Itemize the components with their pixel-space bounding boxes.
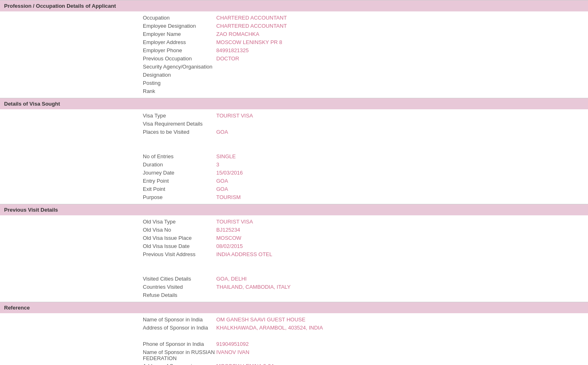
row-label: Designation [0, 72, 216, 78]
table-row: Visa TypeTOURIST VISA [0, 112, 588, 120]
table-row: PurposeTOURISM [0, 193, 588, 201]
row-label: Old Visa Issue Date [0, 243, 216, 250]
row-label: Employer Name [0, 31, 216, 38]
row-label: Rank [0, 88, 216, 95]
row-value: TOURIST VISA [216, 219, 588, 225]
row-value: GOA [216, 129, 588, 135]
row-value: OM GANESH SAAVI GUEST HOUSE [216, 316, 588, 323]
reference-header: Reference [0, 302, 588, 313]
table-row: Duration3 [0, 161, 588, 169]
row-value [216, 292, 588, 299]
table-row: Rank [0, 87, 588, 95]
table-row [0, 332, 588, 340]
table-row: Designation [0, 71, 588, 79]
row-label: Old Visa No [0, 227, 216, 233]
table-row [0, 136, 588, 144]
row-value: IVANOV IVAN [216, 349, 588, 361]
row-label: Old Visa Type [0, 219, 216, 225]
row-value: THAILAND, CAMBODIA, ITALY [216, 284, 588, 290]
row-value: GOA [216, 178, 588, 184]
table-row: Employee DesignationCHARTERED ACCOUNTANT [0, 22, 588, 30]
table-row: Employer Phone84991821325 [0, 46, 588, 55]
table-row: Visited Cities DetailsGOA, DELHI [0, 275, 588, 283]
table-row: Phone of Sponsor in India91904951092 [0, 340, 588, 348]
row-value: 84991821325 [216, 47, 588, 54]
row-value [216, 88, 588, 95]
table-row: Visa Requirement Details [0, 120, 588, 128]
row-label: Phone of Sponsor in India [0, 341, 216, 347]
table-row: Journey Date15/03/2016 [0, 169, 588, 177]
row-value [216, 121, 588, 127]
table-row: Entry PointGOA [0, 177, 588, 185]
row-value: DOCTOR [216, 55, 588, 62]
previous-visit-header: Previous Visit Details [0, 204, 588, 215]
row-value: 91904951092 [216, 341, 588, 347]
table-row: Employer NameZAO ROMACHKA [0, 30, 588, 38]
row-label: Employee Designation [0, 23, 216, 29]
row-value: TOURIST VISA [216, 113, 588, 119]
visa-section: Visa TypeTOURIST VISAVisa Requirement De… [0, 109, 588, 204]
row-label: Employer Phone [0, 47, 216, 54]
row-label: Name of Sponsor in RUSSIAN FEDERATION [0, 349, 216, 361]
row-value: ZAO ROMACHKA [216, 31, 588, 38]
table-row: Address of Sponsor in RUSSIAN FEDERATION… [0, 362, 588, 365]
table-row: Name of Sponsor in RUSSIAN FEDERATIONIVA… [0, 348, 588, 362]
row-label: Places to be Visited [0, 129, 216, 135]
table-row: Employer AddressMOSCOW LENINSKY PR 8 [0, 38, 588, 46]
row-value: CHARTERED ACCOUNTANT [216, 23, 588, 29]
row-value: MOSCOW [216, 235, 588, 241]
profession-section: OccupationCHARTERED ACCOUNTANTEmployee D… [0, 11, 588, 98]
row-label: Posting [0, 80, 216, 86]
previous-visit-section: Old Visa TypeTOURIST VISAOld Visa NoBJ12… [0, 215, 588, 302]
table-row: Previous Visit AddressINDIA ADDRESS OTEL [0, 250, 588, 259]
row-label: Previous Visit Address [0, 251, 216, 258]
table-row: Old Visa TypeTOURIST VISA [0, 218, 588, 226]
row-value: GOA, DELHI [216, 276, 588, 282]
table-row: Old Visa Issue PlaceMOSCOW [0, 234, 588, 242]
table-row [0, 259, 588, 267]
row-value [216, 64, 588, 70]
visa-header: Details of Visa Sought [0, 98, 588, 109]
table-row: No of EntriesSINGLE [0, 153, 588, 161]
table-row: Old Visa Issue Date08/02/2015 [0, 242, 588, 250]
table-row: Refuse Details [0, 291, 588, 299]
row-label: Countries Visited [0, 284, 216, 290]
table-row [0, 267, 588, 275]
row-label: Purpose [0, 194, 216, 201]
row-label: Visa Requirement Details [0, 121, 216, 127]
row-value: SINGLE [216, 153, 588, 160]
row-value: MOSCOW LENINA 2-34 [216, 363, 588, 365]
row-label: Security Agency/Organisation [0, 64, 216, 70]
row-value: CHARTERED ACCOUNTANT [216, 15, 588, 21]
table-row: Places to be VisitedGOA [0, 128, 588, 136]
table-row: Countries VisitedTHAILAND, CAMBODIA, ITA… [0, 283, 588, 291]
table-row: Previous OccupationDOCTOR [0, 55, 588, 63]
row-label: Occupation [0, 15, 216, 21]
row-label: Duration [0, 161, 216, 168]
table-row: Posting [0, 79, 588, 87]
table-row: Exit PointGOA [0, 185, 588, 193]
table-row: Address of Sponsor in IndiaKHALKHAWADA, … [0, 324, 588, 332]
row-label: Previous Occupation [0, 55, 216, 62]
row-label: Address of Sponsor in India [0, 325, 216, 331]
row-value: 15/03/2016 [216, 170, 588, 176]
row-value: BJ125234 [216, 227, 588, 233]
profession-header: Profession / Occupation Details of Appli… [0, 0, 588, 11]
table-row: Name of Sponsor in IndiaOM GANESH SAAVI … [0, 316, 588, 324]
row-label: No of Entries [0, 153, 216, 160]
row-label: Journey Date [0, 170, 216, 176]
row-label: Refuse Details [0, 292, 216, 299]
table-row: OccupationCHARTERED ACCOUNTANT [0, 14, 588, 22]
table-row: Security Agency/Organisation [0, 63, 588, 71]
row-label: Entry Point [0, 178, 216, 184]
row-value: GOA [216, 186, 588, 192]
row-value: KHALKHAWADA, ARAMBOL, 403524, INDIA [216, 325, 588, 331]
row-value [216, 72, 588, 78]
row-label: Employer Address [0, 39, 216, 46]
reference-section: Name of Sponsor in IndiaOM GANESH SAAVI … [0, 313, 588, 365]
row-value: 08/02/2015 [216, 243, 588, 250]
row-value: MOSCOW LENINSKY PR 8 [216, 39, 588, 46]
row-label: Visited Cities Details [0, 276, 216, 282]
row-label: Exit Point [0, 186, 216, 192]
row-label: Old Visa Issue Place [0, 235, 216, 241]
